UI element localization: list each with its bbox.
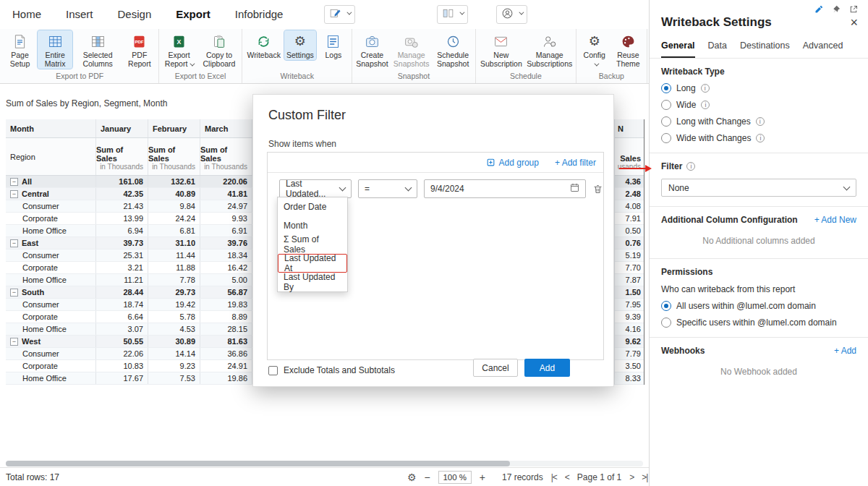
matrix-cell[interactable]: 11.88 (148, 262, 200, 273)
matrix-cell[interactable]: 24.91 (200, 360, 252, 372)
matrix-cell[interactable]: 132.61 (148, 176, 200, 187)
manage-subscriptions-button[interactable]: Manage Subscriptions (526, 30, 574, 69)
matrix-cell[interactable]: 81.63 (200, 336, 252, 347)
matrix-cell[interactable]: 6.91 (200, 225, 252, 236)
matrix-cell[interactable]: 24.97 (200, 200, 252, 212)
next-page-button[interactable]: > (629, 472, 634, 482)
permission-all-users-within-lumel-com-domain[interactable]: All users within @lumel.com domain (661, 301, 856, 311)
add-button[interactable]: Add (524, 359, 570, 377)
table-row[interactable]: Consumer 25.3111.4418.34 (6, 250, 252, 262)
writeback-type-long-with-changes[interactable]: Long with Changesi (661, 116, 856, 127)
matrix-cell[interactable]: 6.64 (96, 311, 148, 323)
table-row[interactable]: Consumer 18.7419.4219.83 (6, 299, 252, 311)
matrix-cell[interactable]: 3.07 (96, 323, 148, 335)
first-page-button[interactable]: |< (551, 472, 557, 482)
row-label[interactable]: Home Office (6, 225, 96, 236)
row-label[interactable]: Home Office (6, 323, 96, 335)
zoom-in-button[interactable]: + (480, 472, 485, 483)
table-row[interactable]: Home Office 11.217.785.00 (6, 274, 252, 286)
matrix-cell[interactable]: 9.93 (200, 213, 252, 224)
pin-icon[interactable] (832, 4, 841, 17)
matrix-cell[interactable]: 39.76 (200, 237, 252, 249)
matrix-cell[interactable]: 14.14 (148, 348, 200, 359)
matrix-cell[interactable]: 41.81 (200, 188, 252, 200)
region-header[interactable]: Region (6, 138, 96, 175)
panel-tab-data[interactable]: Data (708, 40, 727, 58)
collapse-toggle-icon[interactable]: − (10, 289, 18, 297)
matrix-cell[interactable]: 161.08 (96, 176, 148, 187)
collapse-toggle-icon[interactable]: − (10, 178, 18, 186)
filter-select[interactable]: None (661, 179, 856, 197)
account-tool-button[interactable] (496, 5, 527, 24)
info-icon[interactable]: i (756, 134, 765, 142)
scrollbar-thumb[interactable] (6, 461, 510, 466)
dropdown-item-last-updated-by[interactable]: Last Updated By (278, 273, 347, 291)
settings-gear-icon[interactable]: ⚙ (407, 472, 417, 482)
table-row[interactable]: Corporate 13.9924.249.93 (6, 213, 252, 225)
format-icon[interactable] (814, 4, 823, 17)
row-label[interactable]: Corporate (6, 360, 96, 372)
matrix-cell[interactable]: 9.84 (148, 200, 200, 212)
matrix-cell[interactable]: 19.42 (148, 299, 200, 310)
radio-icon[interactable] (661, 133, 671, 143)
month-header[interactable]: January (96, 119, 148, 137)
matrix-cell[interactable]: 30.89 (148, 336, 200, 347)
matrix-cell[interactable]: 4.53 (148, 323, 200, 335)
matrix-cell[interactable]: 56.87 (200, 286, 252, 298)
matrix-cell[interactable]: 11.44 (148, 250, 200, 261)
info-icon[interactable]: i (701, 84, 710, 93)
panel-tab-general[interactable]: General (661, 40, 695, 58)
info-icon[interactable]: i (756, 117, 765, 126)
radio-icon[interactable] (661, 301, 671, 311)
pdf-report-button[interactable]: PDF PDF Report (123, 30, 156, 69)
info-icon[interactable]: i (701, 101, 710, 109)
config-button[interactable]: ⚙ Config (579, 30, 610, 69)
matrix-cell[interactable]: 17.67 (96, 372, 148, 384)
matrix-cell[interactable]: 24.24 (148, 213, 200, 224)
measure-header[interactable]: Sum of Salesin Thousands (200, 138, 252, 175)
dropdown-item-order-date[interactable]: Order Date (278, 197, 347, 216)
zoom-level[interactable]: 100 % (438, 471, 472, 484)
matrix-cell[interactable]: 220.06 (200, 176, 252, 187)
row-label[interactable]: −East (6, 237, 96, 249)
new-subscription-button[interactable]: New Subscription (478, 30, 524, 69)
matrix-cell[interactable]: 39.73 (96, 237, 148, 249)
layout-tool-button[interactable] (437, 5, 468, 24)
matrix-cell[interactable]: 29.73 (148, 286, 200, 298)
radio-icon[interactable] (661, 317, 671, 328)
matrix-cell[interactable]: 6.94 (96, 225, 148, 236)
dropdown-item-last-updated-at[interactable]: Last Updated At (278, 254, 347, 273)
copy-to-clipboard-button[interactable]: Copy to Clipboard (199, 30, 240, 69)
table-row[interactable]: −South 28.4429.7356.87 (6, 286, 252, 299)
matrix-cell[interactable]: 18.34 (200, 250, 252, 261)
collapse-toggle-icon[interactable]: − (10, 338, 18, 346)
matrix-cell[interactable]: 13.99 (96, 213, 148, 224)
reuse-theme-button[interactable]: Reuse Theme (612, 30, 644, 69)
matrix-cell[interactable]: 50.55 (96, 336, 148, 347)
settings-button[interactable]: ⚙ Settings (284, 30, 316, 60)
horizontal-scrollbar[interactable] (6, 461, 643, 466)
table-row[interactable]: Corporate 10.839.2324.91 (6, 360, 252, 372)
table-row[interactable]: Corporate 6.645.788.89 (6, 311, 252, 323)
row-label[interactable]: −Central (6, 188, 96, 200)
add-webhook-button[interactable]: + Add (834, 346, 856, 356)
table-row[interactable]: Home Office 17.677.5319.86 (6, 372, 252, 385)
add-filter-button[interactable]: + Add filter (555, 158, 596, 168)
table-row[interactable]: Home Office 6.946.816.91 (6, 225, 252, 237)
row-label[interactable]: Consumer (6, 250, 96, 261)
table-row[interactable]: Consumer 21.439.8424.97 (6, 200, 252, 213)
matrix-cell[interactable]: 3.21 (96, 262, 148, 273)
schedule-snapshot-button[interactable]: Schedule Snapshot (433, 30, 473, 69)
export-report-button[interactable]: X Export Report (161, 30, 197, 69)
radio-icon[interactable] (661, 83, 671, 93)
add-group-button[interactable]: Add group (486, 158, 539, 168)
edit-tool-button[interactable] (324, 5, 355, 24)
matrix-cell[interactable]: 19.86 (200, 372, 252, 384)
matrix-cell[interactable]: 16.42 (200, 262, 252, 273)
table-row[interactable]: Corporate 3.2111.8816.42 (6, 262, 252, 274)
tab-home[interactable]: Home (0, 0, 54, 29)
close-panel-icon[interactable]: × (850, 16, 858, 29)
table-row[interactable]: −All 161.08132.61220.06 (6, 176, 252, 188)
row-label[interactable]: Consumer (6, 299, 96, 310)
matrix-cell[interactable]: 7.78 (148, 274, 200, 286)
